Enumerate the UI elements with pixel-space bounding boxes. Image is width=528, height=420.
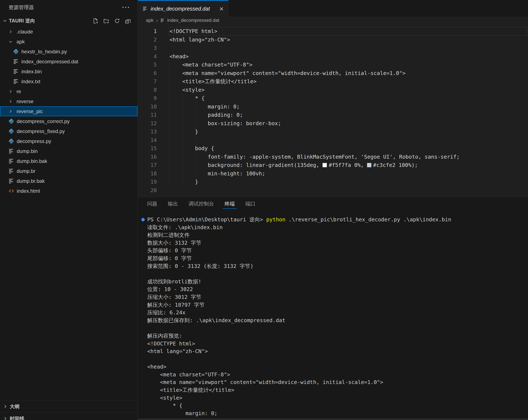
panel-tab-output[interactable]: 输出 (168, 197, 178, 210)
code-line-text: box-sizing: border-box; (169, 120, 281, 127)
tree-item-label: dump.bin.bak (17, 158, 47, 164)
code-editor[interactable]: 1<!DOCTYPE html>2<html lang="zh-CN">34<h… (138, 24, 528, 197)
tree-item-label: decompress_correct.py (17, 118, 70, 124)
scrollbar[interactable] (138, 419, 528, 420)
code-line[interactable]: 8 <style> (138, 86, 528, 94)
line-number: 20 (138, 187, 157, 193)
terminal-line: 解压大小: 18797 字节 (147, 301, 528, 309)
color-swatch[interactable] (323, 163, 327, 167)
code-line[interactable]: 5 <meta charset="UTF-8"> (138, 60, 528, 69)
code-line[interactable]: 14 (138, 136, 528, 144)
code-line[interactable]: 11 padding: 0; (138, 111, 528, 119)
code-line[interactable]: 6 <meta name="viewport" content="width=d… (138, 69, 528, 78)
line-number: 8 (138, 87, 157, 93)
panel-tab-bar: 问题输出调试控制台终端端口 (138, 197, 528, 210)
explorer-sidebar: 资源管理器 ··· TAURI 逆向 .claudeapkhexstr_to_h… (0, 0, 138, 420)
chevron-right-icon (9, 109, 13, 114)
file-icon (13, 69, 19, 74)
chevron-right-icon (3, 404, 8, 409)
terminal[interactable]: PS C:\Users\Admin\Desktop\tauri 逆向> pyth… (138, 210, 528, 417)
tree-item-hexstr-to-hexbin-py[interactable]: hexstr_to_hexbin.py (0, 47, 137, 57)
color-swatch[interactable] (367, 163, 372, 167)
bottom-panel: 问题输出调试控制台终端端口 PS C:\Users\Admin\Desktop\… (138, 197, 528, 420)
terminal-line: * { (147, 402, 528, 410)
breadcrumb-item-file[interactable]: index_decompressed.dat (167, 18, 219, 23)
code-line[interactable]: 2<html lang="zh-CN"> (138, 35, 528, 44)
python-icon (9, 128, 14, 134)
tree-item-dump-bin-bak[interactable]: dump.bin.bak (0, 156, 137, 166)
tree-item-label: reverse_pic (16, 108, 43, 114)
tree-item-dump-br-bak[interactable]: dump.br.bak (0, 176, 137, 186)
more-actions-icon[interactable]: ··· (122, 6, 130, 9)
tree-item-dump-bin[interactable]: dump.bin (0, 146, 137, 156)
terminal-line (147, 355, 528, 363)
tree-item-label: dump.bin (17, 148, 38, 154)
terminal-line: 头部偏移: 0 字节 (147, 247, 528, 255)
terminal-line: 尾部偏移: 0 字节 (147, 255, 528, 262)
tree-item-decompress-correct-py[interactable]: decompress_correct.py (0, 116, 137, 126)
line-number: 13 (138, 128, 157, 135)
command-decoration-dot[interactable] (141, 218, 145, 221)
tree-item-reverse-pic[interactable]: reverse_pic (0, 106, 137, 116)
panel-tab-problems[interactable]: 问题 (147, 197, 157, 210)
panel-tab-terminal[interactable]: 终端 (225, 197, 235, 210)
tree-item-index-decompressed-dat[interactable]: index_decompressed.dat (0, 57, 137, 67)
sidebar-bottom-sections: 大纲时间线 (0, 400, 137, 420)
code-line[interactable]: 12 box-sizing: border-box; (138, 119, 528, 128)
terminal-line (147, 270, 528, 278)
code-line[interactable]: 13 } (138, 128, 528, 136)
code-line[interactable]: 1<!DOCTYPE html> (138, 27, 528, 35)
terminal-line: PS C:\Users\Admin\Desktop\tauri 逆向> pyth… (147, 216, 528, 224)
tree-item-decompress-fixed-py[interactable]: decompress_fixed.py (0, 126, 137, 136)
code-line[interactable]: 16 font-family: -apple-system, BlinkMacS… (138, 153, 528, 161)
tab-index-decompressed-dat[interactable]: index_decompressed.dat × (138, 0, 228, 16)
line-number: 9 (138, 95, 157, 101)
code-line-text: font-family: -apple-system, BlinkMacSyst… (169, 154, 460, 160)
terminal-line: 检测到二进制文件 (147, 231, 528, 239)
tree-item-label: index.bin (21, 69, 42, 75)
workspace-section-header[interactable]: TAURI 逆向 (0, 15, 137, 27)
collapse-all-icon[interactable] (125, 18, 131, 24)
new-folder-icon[interactable] (103, 18, 109, 24)
terminal-line: <title>工作量统计</title> (147, 386, 528, 394)
file-tree: .claudeapkhexstr_to_hexbin.pyindex_decom… (0, 27, 137, 196)
terminal-line: <style> (147, 394, 528, 402)
breadcrumb-item-apk[interactable]: apk (146, 18, 153, 23)
tree-item-claude[interactable]: .claude (0, 27, 137, 37)
line-number: 11 (138, 112, 157, 118)
new-file-icon[interactable] (93, 18, 98, 24)
code-line[interactable]: 20 (138, 186, 528, 195)
tree-item-index-html[interactable]: index.html (0, 186, 137, 196)
code-line[interactable]: 3 (138, 44, 528, 52)
code-line-text: <meta charset="UTF-8"> (169, 62, 252, 68)
code-line-text: padding: 0; (169, 112, 243, 118)
refresh-icon[interactable] (114, 18, 120, 24)
code-line[interactable]: 18 min-height: 100vh; (138, 169, 528, 178)
tree-item-re[interactable]: re (0, 86, 137, 96)
tree-item-decompress-py[interactable]: decompress.py (0, 136, 137, 146)
code-line[interactable]: 15 body { (138, 144, 528, 153)
tree-item-apk[interactable]: apk (0, 37, 137, 47)
close-icon[interactable]: × (219, 7, 224, 11)
tree-item-index-bin[interactable]: index.bin (0, 67, 137, 76)
code-line[interactable]: 7 <title>工作量统计</title> (138, 77, 528, 86)
html-code-icon (9, 188, 14, 194)
tree-item-reverse[interactable]: reverse (0, 96, 137, 106)
line-number: 3 (138, 45, 157, 51)
panel-tab-ports[interactable]: 端口 (245, 197, 255, 210)
tree-item-dump-br[interactable]: dump.br (0, 166, 137, 176)
code-line[interactable]: 4<head> (138, 52, 528, 61)
code-line[interactable]: 9 * { (138, 94, 528, 103)
code-line[interactable]: 19 } (138, 178, 528, 186)
code-line[interactable]: 10 margin: 0; (138, 103, 528, 111)
explorer-title: 资源管理器 (9, 4, 34, 11)
line-number: 15 (138, 145, 157, 152)
terminal-line: 成功找到brotli数据! (147, 278, 528, 286)
tab-label: index_decompressed.dat (151, 6, 210, 12)
sidebar-section-outline[interactable]: 大纲 (0, 400, 137, 412)
tree-item-index-txt[interactable]: index.txt (0, 76, 137, 86)
sidebar-section-timeline[interactable]: 时间线 (0, 412, 137, 420)
code-line[interactable]: 17 background: linear-gradient(135deg, #… (138, 161, 528, 169)
chevron-right-icon: › (156, 17, 158, 24)
panel-tab-debug-console[interactable]: 调试控制台 (189, 197, 214, 210)
